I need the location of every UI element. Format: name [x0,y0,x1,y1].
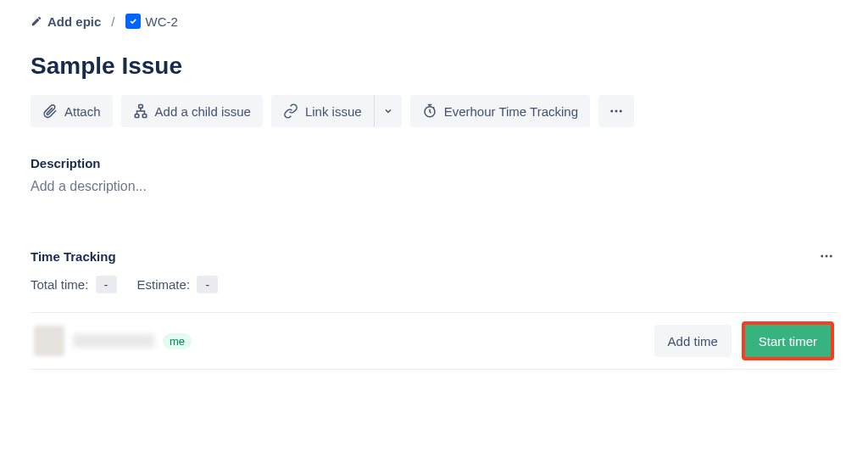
issue-toolbar: Attach Add a child issue Link issue Ever… [31,95,837,127]
svg-point-6 [620,110,622,113]
more-icon [609,103,624,119]
estimate-label: Estimate: [137,277,191,292]
total-time-label: Total time: [31,277,88,292]
start-timer-button[interactable]: Start timer [745,325,831,357]
me-badge: me [163,333,192,349]
child-issue-icon [133,103,148,119]
description-label: Description [31,156,837,170]
start-timer-highlight: Start timer [742,321,834,360]
link-icon [283,103,298,119]
breadcrumb: Add epic / WC-2 [31,14,837,29]
link-issue-button[interactable]: Link issue [271,95,374,127]
total-time-field: Total time: - [31,276,117,293]
time-tracking-header: Time Tracking [31,245,837,267]
everhour-label: Everhour Time Tracking [444,104,578,119]
add-epic-link[interactable]: Add epic [31,14,101,29]
add-child-label: Add a child issue [155,104,251,119]
link-issue-group: Link issue [271,95,402,127]
svg-point-8 [826,255,828,258]
add-time-button[interactable]: Add time [654,325,732,357]
breadcrumb-separator: / [111,14,114,29]
time-tracking-label: Time Tracking [31,249,116,264]
issue-key-link[interactable]: WC-2 [125,14,178,29]
chevron-down-icon [383,106,393,116]
attach-button[interactable]: Attach [31,95,113,127]
time-tracking-more-button[interactable] [815,245,837,267]
svg-rect-1 [135,114,139,118]
attach-icon [42,103,58,119]
svg-point-5 [615,110,618,113]
issue-title[interactable]: Sample Issue [31,53,837,80]
add-epic-label: Add epic [47,14,101,29]
svg-rect-2 [142,114,147,118]
more-actions-button[interactable] [598,95,634,127]
time-tracking-user-row: me Add time Start timer [31,312,837,370]
svg-rect-0 [138,105,142,109]
attach-label: Attach [64,104,101,119]
link-issue-label: Link issue [305,104,362,119]
total-time-value[interactable]: - [96,276,117,293]
svg-point-4 [610,110,613,113]
estimate-field: Estimate: - [137,276,219,293]
add-child-issue-button[interactable]: Add a child issue [121,95,263,127]
issue-key-text: WC-2 [146,14,178,29]
description-field[interactable]: Add a description... [31,179,837,194]
svg-point-9 [830,255,832,258]
time-tracking-summary: Total time: - Estimate: - [31,276,837,293]
user-name [73,334,154,348]
svg-point-7 [821,255,823,258]
estimate-value[interactable]: - [197,276,218,293]
task-type-icon [125,14,141,29]
stopwatch-icon [422,103,437,119]
description-section: Description Add a description... [31,156,837,194]
time-tracking-section: Time Tracking Total time: - Estimate: - … [31,245,837,370]
everhour-button[interactable]: Everhour Time Tracking [410,95,590,127]
link-issue-dropdown-button[interactable] [375,95,402,127]
pencil-icon [31,15,42,27]
user-avatar[interactable] [34,326,64,356]
more-icon [819,248,834,264]
